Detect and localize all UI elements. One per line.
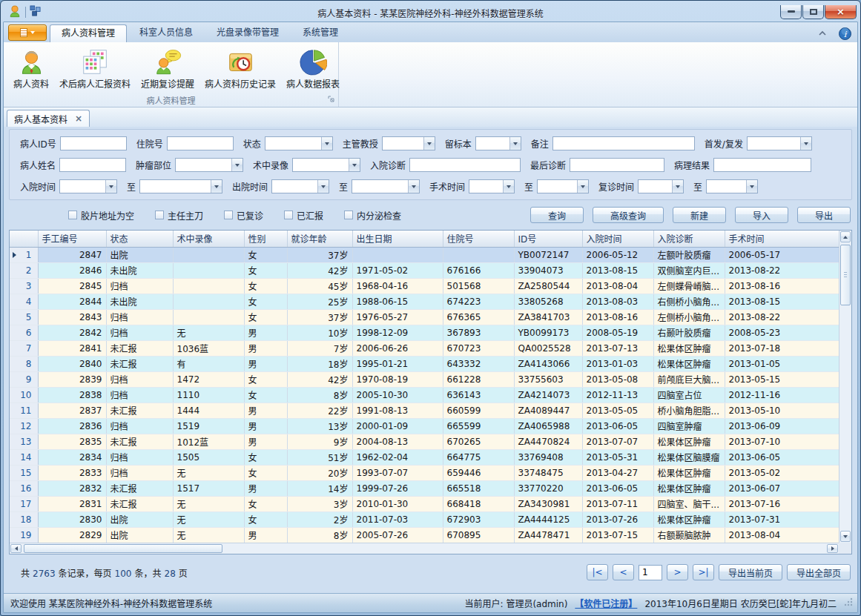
column-header-11[interactable]: 入院诊断 — [653, 231, 725, 247]
scroll-up-icon[interactable] — [840, 231, 851, 242]
table-row[interactable]: 182830出院无女2岁2011-07-03672903ZA4444125201… — [10, 511, 840, 527]
dropdown-button[interactable] — [321, 137, 332, 150]
table-row[interactable]: 12847出院女37岁YB00721472006-05-12左额叶胶质瘤2006… — [10, 247, 840, 262]
checkbox-1[interactable]: 胶片地址为空 — [68, 209, 134, 222]
dropdown-button[interactable] — [672, 180, 683, 193]
dropdown-button[interactable] — [349, 159, 360, 171]
horizontal-scroll-thumb[interactable] — [24, 544, 222, 553]
filter-combo-3-1[interactable] — [59, 179, 117, 193]
column-header-12[interactable]: 手术时间 — [725, 231, 840, 247]
table-row[interactable]: 112837未汇报1444男22岁1991-08-13660599ZA40894… — [10, 403, 840, 418]
table-row[interactable]: 192829出院无男8岁2005-07-26670895ZA4478471201… — [10, 527, 840, 543]
filter-combo-2-3[interactable] — [292, 158, 360, 172]
vertical-scroll-thumb[interactable] — [840, 245, 851, 305]
next-page-button[interactable]: > — [667, 564, 688, 580]
first-page-button[interactable]: |< — [587, 564, 608, 580]
ribbon-button-1[interactable]: 病人资料 — [8, 44, 54, 93]
dropdown-button[interactable] — [746, 180, 757, 193]
filter-input-2-1[interactable] — [59, 158, 126, 172]
last-page-button[interactable]: >| — [693, 564, 714, 580]
registration-link[interactable]: 【软件已注册】 — [575, 597, 637, 609]
filter-combo-3-7[interactable] — [638, 179, 684, 193]
scroll-right-icon[interactable] — [827, 544, 838, 553]
dropdown-button[interactable] — [577, 180, 588, 193]
action-button-4[interactable]: 导入 — [735, 207, 788, 223]
filter-input-1-6[interactable] — [552, 136, 695, 150]
table-row[interactable]: 62842归档无男10岁1998-12-09367893YB0099173200… — [10, 325, 840, 340]
table-row[interactable]: 152833归档无女20岁1993-07-0765944633748475201… — [10, 465, 840, 480]
resize-grip-icon[interactable] — [844, 597, 853, 609]
dropdown-button[interactable] — [408, 180, 419, 193]
column-header-5[interactable]: 性别 — [244, 231, 287, 247]
filter-input-1-1[interactable] — [60, 136, 127, 150]
filter-combo-3-3[interactable] — [271, 179, 329, 193]
column-header-3[interactable]: 状态 — [106, 231, 173, 247]
export-current-page-button[interactable]: 导出当前页 — [719, 564, 782, 580]
dropdown-button[interactable] — [231, 159, 243, 171]
dropdown-button[interactable] — [211, 180, 222, 193]
column-header-10[interactable]: 入院时间 — [582, 231, 653, 247]
filter-input-1-2[interactable] — [167, 136, 234, 150]
maximize-button[interactable] — [802, 5, 824, 19]
checkbox-4[interactable]: 已汇报 — [284, 209, 323, 222]
filter-input-2-4[interactable] — [409, 158, 521, 172]
ribbon-tab-1[interactable]: 病人资料管理 — [50, 24, 127, 42]
table-row[interactable]: 172831未汇报无女3岁2010-01-30668418ZA343098120… — [10, 496, 840, 511]
tab-patient-basic-info[interactable]: 病人基本资料 × — [7, 110, 90, 127]
ribbon-button-2[interactable]: 术后病人汇报资料 — [54, 44, 136, 93]
column-header-7[interactable]: 出生日期 — [352, 231, 443, 247]
action-button-2[interactable]: 高级查询 — [593, 207, 664, 223]
table-row[interactable]: 72841未汇报1036蓝男7岁2006-06-26670723QA002552… — [10, 340, 840, 356]
collapse-ribbon-icon[interactable] — [816, 27, 829, 39]
table-row[interactable]: 32845归档女45岁1968-04-16501568ZA25805442013… — [10, 278, 840, 294]
dialog-launcher-icon[interactable] — [328, 95, 335, 105]
scroll-left-icon[interactable] — [10, 544, 22, 553]
filter-combo-1-5[interactable] — [475, 136, 521, 150]
filter-input-2-6[interactable] — [713, 158, 811, 172]
table-row[interactable]: 142834归档1505女51岁1962-02-0466477533769408… — [10, 449, 840, 465]
filter-input-2-5[interactable] — [570, 158, 664, 172]
ribbon-tab-4[interactable]: 系统管理 — [291, 24, 349, 42]
close-button[interactable]: × — [825, 5, 857, 19]
ribbon-button-3[interactable]: 近期复诊提醒 — [136, 44, 199, 93]
filter-combo-1-3[interactable] — [265, 136, 333, 150]
dropdown-button[interactable] — [423, 137, 435, 150]
title-bar[interactable]: 病人基本资料 - 某某医院神经外科-神经外科数据管理系统 × — [3, 1, 858, 21]
filter-combo-2-2[interactable] — [175, 158, 243, 172]
ribbon-button-4[interactable]: 病人资料历史记录 — [199, 44, 281, 93]
minimize-button[interactable] — [780, 5, 802, 19]
column-header-9[interactable]: ID号 — [514, 231, 582, 247]
table-row[interactable]: 82840未汇报有男18岁1995-01-21643332ZA414306620… — [10, 356, 840, 371]
table-row[interactable]: 162832未汇报1517男14岁1999-07-266655183377022… — [10, 480, 840, 496]
dropdown-button[interactable] — [503, 180, 514, 193]
action-button-5[interactable]: 导出 — [797, 207, 851, 223]
filter-combo-1-4[interactable] — [382, 136, 435, 150]
export-all-pages-button[interactable]: 导出全部页 — [787, 564, 851, 580]
filter-combo-1-7[interactable] — [747, 136, 812, 150]
checkbox-5[interactable]: 内分泌检查 — [344, 209, 401, 222]
table-row[interactable]: 92839归档1472女42岁1970-08-19661228337556032… — [10, 371, 840, 387]
filter-combo-3-6[interactable] — [537, 179, 589, 193]
filter-combo-3-4[interactable] — [352, 179, 420, 193]
page-number-input[interactable] — [639, 565, 662, 580]
tab-close-icon[interactable]: × — [75, 113, 82, 124]
dropdown-button[interactable] — [105, 180, 116, 193]
checkbox-3[interactable]: 已复诊 — [224, 209, 263, 222]
table-row[interactable]: 122836归档1519男13岁2000-01-09665599ZA406598… — [10, 418, 840, 434]
table-row[interactable]: 102838归档1110女8岁2005-10-30636143ZA4214073… — [10, 387, 840, 403]
column-header-2[interactable]: 手工编号 — [38, 231, 106, 247]
filter-combo-3-8[interactable] — [706, 179, 758, 193]
filter-combo-3-5[interactable] — [469, 179, 515, 193]
dropdown-button[interactable] — [317, 180, 329, 193]
application-menu-button[interactable] — [8, 24, 47, 41]
ribbon-tab-2[interactable]: 科室人员信息 — [128, 24, 204, 42]
quick-access-icon[interactable] — [30, 5, 41, 19]
table-row[interactable]: 132835未汇报1012蓝男9岁2004-08-13670265ZA44708… — [10, 434, 840, 449]
scroll-down-icon[interactable] — [840, 531, 851, 542]
column-header-1[interactable] — [10, 231, 38, 247]
column-header-4[interactable]: 术中录像 — [173, 231, 244, 247]
prev-page-button[interactable]: < — [613, 564, 634, 580]
table-row[interactable]: 22846未出院女42岁1971-05-02676166339040732013… — [10, 262, 840, 278]
ribbon-button-5[interactable]: 病人数据报表 — [281, 44, 345, 93]
horizontal-scrollbar[interactable] — [10, 543, 839, 554]
